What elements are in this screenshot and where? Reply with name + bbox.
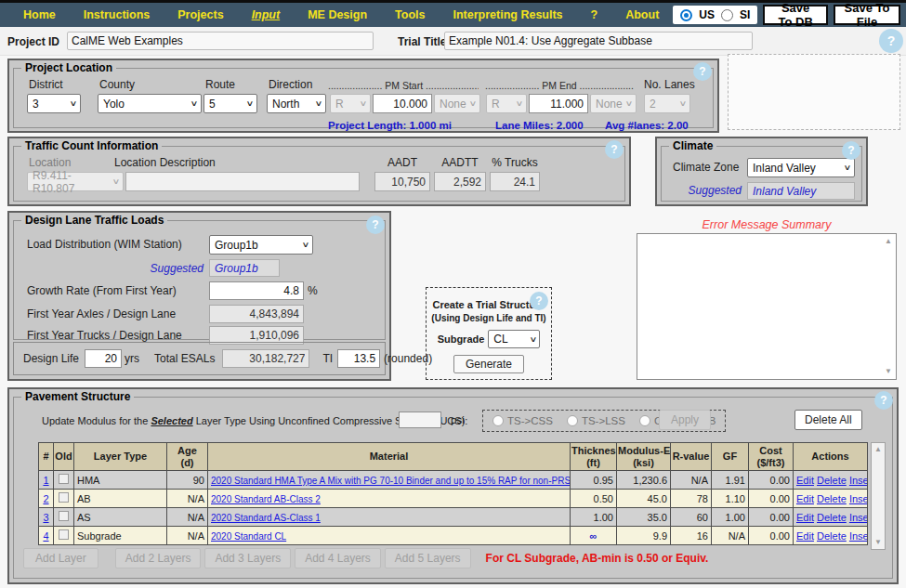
material-link[interactable]: 2020 Standard AB-Class 2 <box>211 494 321 504</box>
subgrade-select[interactable]: CL ∨ <box>488 330 540 348</box>
ts-css-label: TS->CSS <box>507 415 553 426</box>
route-select[interactable]: 5 ∨ <box>204 94 257 113</box>
project-location-help-icon[interactable]: ? <box>693 62 712 81</box>
edit-link[interactable]: Edit <box>796 512 814 523</box>
col-old: Old <box>54 443 74 471</box>
delete-link[interactable]: Delete <box>817 475 847 486</box>
nav-help[interactable]: ? <box>577 8 612 21</box>
pct-trucks-label: % Trucks <box>490 156 540 169</box>
scroll-down-icon[interactable]: ▼ <box>885 368 892 375</box>
add-layer-button: Add Layer <box>23 548 98 568</box>
climate-zone-select[interactable]: Inland Valley ∨ <box>747 158 855 177</box>
old-checkbox[interactable] <box>59 492 69 503</box>
psi-label: psi <box>451 414 465 425</box>
delete-link[interactable]: Delete <box>817 530 847 542</box>
age-cell: N/A <box>167 490 208 508</box>
nav-about[interactable]: About <box>611 8 673 21</box>
us-radio-label[interactable]: US <box>699 8 715 21</box>
old-checkbox[interactable] <box>59 529 69 540</box>
insert-link[interactable]: Insert <box>849 512 868 523</box>
aadtt-input <box>434 172 486 191</box>
thickness-cell: 0.95 <box>571 471 617 490</box>
edit-link[interactable]: Edit <box>796 530 814 542</box>
old-checkbox[interactable] <box>59 511 69 521</box>
edit-link[interactable]: Edit <box>796 475 814 486</box>
generate-button[interactable]: Generate <box>453 355 524 373</box>
scroll-up-icon[interactable]: ▲ <box>874 446 882 453</box>
insert-link[interactable]: Insert <box>849 493 868 504</box>
scroll-down-icon[interactable]: ▼ <box>874 539 882 546</box>
si-radio[interactable] <box>721 9 733 21</box>
apply-button: Apply <box>659 410 711 430</box>
project-id-input[interactable] <box>67 32 374 50</box>
gf-cell: N/A <box>712 527 749 545</box>
climate-group: Climate Climate Zone Inland Valley ∨ Sug… <box>661 139 862 202</box>
save-to-file-button[interactable]: Save To File <box>834 5 900 25</box>
nav-me-design[interactable]: ME Design <box>294 8 381 21</box>
us-radio[interactable] <box>680 9 692 21</box>
route-label: Route <box>205 78 235 91</box>
climate-help-icon[interactable]: ? <box>842 141 860 160</box>
avg-lanes-text: Avg #lanes: 2.00 <box>605 120 689 131</box>
nav-tools[interactable]: Tools <box>381 8 439 21</box>
district-select[interactable]: 3 ∨ <box>27 94 81 113</box>
design-loads-help-icon[interactable]: ? <box>366 216 385 234</box>
pavement-panel: Pavement Structure Update Modulus for th… <box>7 387 899 584</box>
col-age: Age(d) <box>167 443 208 471</box>
nav-interpreting-results[interactable]: Interpreting Results <box>439 8 576 21</box>
nav-instructions[interactable]: Instructions <box>70 8 164 21</box>
save-to-db-button[interactable]: Save To DB <box>763 5 828 25</box>
table-header-row: # Old Layer Type Age(d) Material Thickne… <box>39 443 868 471</box>
r-value-cell: 78 <box>671 490 712 508</box>
pm-end-prefix-value: R <box>492 98 500 111</box>
design-loads-title: Design Lane Traffic Loads <box>21 214 167 227</box>
nav-input[interactable]: Input <box>238 8 295 21</box>
ucs-instruction-selected: Selected <box>151 415 192 426</box>
trial-title-input[interactable] <box>444 32 753 50</box>
chevron-down-icon: ∨ <box>625 99 634 108</box>
first-year-trucks-label: First Year Trucks / Design Lane <box>27 329 182 342</box>
chevron-down-icon: ∨ <box>469 99 478 108</box>
total-esals-input <box>222 349 309 368</box>
delete-link[interactable]: Delete <box>817 493 847 504</box>
nav-home[interactable]: Home <box>9 8 70 21</box>
insert-link[interactable]: Insert <box>849 530 868 542</box>
row-number-link[interactable]: 3 <box>43 512 48 523</box>
subgrade-note: For CL Subgrade, AB-min is 0.50 or Equiv… <box>486 552 709 565</box>
wim-label: Load Distribution (WIM Station) <box>27 238 182 251</box>
ti-input[interactable] <box>337 349 380 368</box>
traffic-count-help-icon[interactable]: ? <box>605 140 624 159</box>
row-number-link[interactable]: 4 <box>43 530 48 542</box>
edit-link[interactable]: Edit <box>796 493 814 504</box>
material-link[interactable]: 2020 Standard AS-Class 1 <box>211 513 321 523</box>
location-value: R9.411-R10.807 <box>33 169 111 195</box>
growth-rate-input[interactable] <box>209 281 304 300</box>
row-number-link[interactable]: 2 <box>43 493 48 504</box>
nav-projects[interactable]: Projects <box>164 8 237 21</box>
pm-start-input[interactable] <box>373 94 432 113</box>
county-select[interactable]: Yolo ∨ <box>98 94 202 113</box>
pavement-group: Pavement Structure Update Modulus for th… <box>13 390 893 579</box>
direction-select[interactable]: North ∨ <box>267 94 326 113</box>
location-desc-input[interactable] <box>125 172 360 191</box>
material-link[interactable]: 2020 Standard HMA Type A Mix with PG 70-… <box>211 476 571 486</box>
insert-link[interactable]: Insert <box>849 475 868 486</box>
trial-structure-help-icon[interactable]: ? <box>530 292 548 310</box>
scroll-up-icon[interactable]: ▲ <box>885 238 892 245</box>
modulus-cell: 9.9 <box>617 527 671 545</box>
table-scrollbar[interactable]: ▲ ▼ <box>871 442 886 550</box>
pm-end-input[interactable] <box>529 94 588 113</box>
design-life-input[interactable] <box>85 349 122 368</box>
wim-value: Group1b <box>215 239 258 252</box>
delete-link[interactable]: Delete <box>817 512 847 523</box>
delete-all-button[interactable]: Delete All <box>794 410 862 430</box>
ucs-input[interactable] <box>399 412 441 428</box>
material-link[interactable]: 2020 Standard CL <box>211 531 286 542</box>
page-help-icon[interactable]: ? <box>879 29 903 53</box>
row-number-link[interactable]: 1 <box>43 475 48 486</box>
si-radio-label[interactable]: SI <box>740 8 750 21</box>
chevron-down-icon: ∨ <box>360 99 368 108</box>
old-checkbox[interactable] <box>59 474 69 484</box>
pavement-help-icon[interactable]: ? <box>874 391 893 410</box>
wim-select[interactable]: Group1b ∨ <box>209 235 313 255</box>
